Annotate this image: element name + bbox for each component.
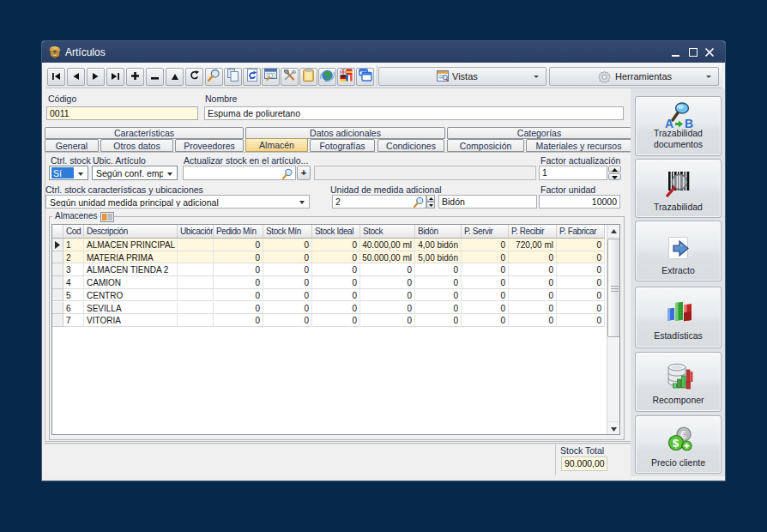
svg-text:$: $ [673,437,679,450]
